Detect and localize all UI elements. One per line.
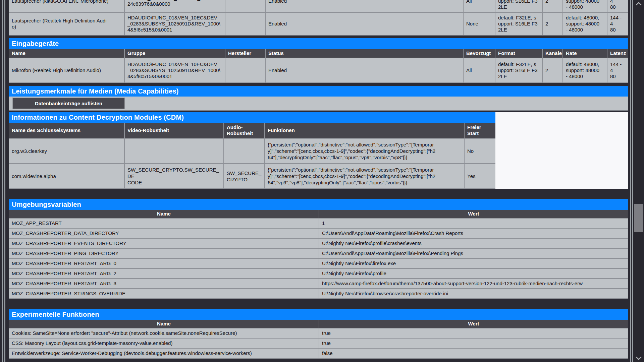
section-title: Eingabegeräte <box>12 40 59 48</box>
cell-env-name: MOZ_CRASHREPORTER_DATA_DIRECTORY <box>9 229 319 239</box>
cell-key-system: com.widevine.alpha <box>9 164 125 189</box>
cell-feature-value: true <box>319 328 628 339</box>
cell-env-value: C:\Users\Andi\AppData\Roaming\Mozilla\Fi… <box>319 249 628 259</box>
column-header-audio-robustness: Audio- Robustheit <box>224 123 265 139</box>
cell-device-format: default: F32LE, s upport: S16LE F3 2LE <box>495 0 543 13</box>
section-title: Experimentelle Funktionen <box>12 311 99 318</box>
cell-env-value: U:\Nightly Neu\Firefox\profile\crashes\e… <box>319 239 628 249</box>
cell-device-state: Enabled <box>266 13 464 36</box>
page-white-background <box>495 112 628 189</box>
section-header-media-capabilities: Leistungsmerkmale für Medien (Media Capa… <box>9 86 628 97</box>
column-header-preferred: Bevorzugt <box>464 49 495 58</box>
cell-device-rate: default: 48000, support: 48000 - 48000 <box>563 0 607 13</box>
media-capabilities-row: Datenbankeinträge auflisten <box>9 97 628 111</box>
section-title: Informationen zu Content Decryption Modu… <box>12 114 184 121</box>
environment-variables-table: Name Wert MOZ_APP_RESTART 1 MOZ_CRASHREP… <box>9 210 628 299</box>
column-header-key-system: Name des Schlüsselsystems <box>9 123 125 139</box>
column-header-state: Status <box>266 49 464 58</box>
cell-device-format: default: F32LE, s upport: S16LE F3 2LE <box>495 58 543 83</box>
section-header-environment-variables: Umgebungsvariablen <box>9 199 628 210</box>
cell-device-vendor <box>225 58 266 83</box>
cell-device-preferred: None <box>464 13 495 36</box>
cell-env-name: MOZ_CRASHREPORTER_RESTART_ARG_3 <box>9 279 319 289</box>
cell-device-latency: 144 - 4 80 <box>607 58 628 83</box>
cell-env-name: MOZ_CRASHREPORTER_RESTART_ARG_2 <box>9 269 319 279</box>
scroll-down-icon[interactable] <box>636 355 642 360</box>
cell-capabilities: {"persistent":"optional","distinctive":"… <box>265 164 465 189</box>
cell-feature-name: Entwicklerwerkzeuge: Service-Worker-Debu… <box>9 349 319 359</box>
cell-clear-lead: No <box>465 139 495 164</box>
cell-device-channels: 2 <box>543 0 563 13</box>
cell-feature-value: false <box>319 349 628 359</box>
cell-audio-robustness <box>224 139 265 164</box>
cell-env-name: MOZ_CRASHREPORTER_EVENTS_DIRECTORY <box>9 239 319 249</box>
cell-device-channels: 2 <box>543 13 563 36</box>
column-header-name: Name <box>9 210 319 219</box>
cell-feature-name: Cookies: SameSite=None erfordert "secure… <box>9 328 319 339</box>
cell-device-state: Enabled <box>266 58 464 83</box>
column-header-capabilities: Funktionen <box>265 123 465 139</box>
section-title: Umgebungsvariablen <box>12 201 81 208</box>
cell-env-name: MOZ_CRASHREPORTER_PING_DIRECTORY <box>9 249 319 259</box>
audio-output-table: Lautsprecher (kikaGO.AI ENC Microphone) … <box>9 0 628 36</box>
about-support-media-content: Lautsprecher (kikaGO.AI ENC Microphone) … <box>9 0 628 359</box>
cell-device-group: USB\VID_040B&PID_340A&MI_00\7& 24c83976&… <box>125 0 225 13</box>
column-header-latency: Latenz <box>607 49 628 58</box>
column-header-group: Gruppe <box>125 49 225 58</box>
cell-device-latency: 144 - 4 80 <box>607 0 628 13</box>
cell-device-state: Enabled <box>266 0 464 13</box>
vertical-scrollbar[interactable] <box>633 0 644 362</box>
section-header-cdm: Informationen zu Content Decryption Modu… <box>9 112 495 123</box>
section-header-experimental-features: Experimentelle Funktionen <box>9 309 628 320</box>
cell-feature-name: CSS: Masonry Layout (layout.css.grid-tem… <box>9 339 319 349</box>
cell-device-name: Lautsprecher (Realtek High Definition Au… <box>9 13 125 36</box>
cell-env-name: MOZ_APP_RESTART <box>9 219 319 229</box>
cell-video-robustness: SW_SECURE_CRYPTO,SW_SECURE_DE CODE <box>125 164 224 189</box>
window-frame-line <box>2 0 3 362</box>
cell-device-group: HDAUDIO\FUNC_01&VEN_10EC&DEV _0283&SUBSY… <box>125 13 225 36</box>
window-frame-line <box>4 0 5 362</box>
cell-device-group: HDAUDIO\FUNC_01&VEN_10EC&DEV _0283&SUBSY… <box>125 58 225 83</box>
column-header-rate: Rate <box>563 49 607 58</box>
section-header-input-devices: Eingabegeräte <box>9 38 628 49</box>
cell-device-vendor <box>225 13 266 36</box>
column-header-name: Name <box>9 320 319 328</box>
cell-env-value: U:\Nightly Neu\Firefox\profile <box>319 269 628 279</box>
scroll-up-icon[interactable] <box>636 2 642 8</box>
column-header-name: Name <box>9 49 125 58</box>
section-title: Leistungsmerkmale für Medien (Media Capa… <box>12 87 179 95</box>
column-header-clear-lead: Freier Start <box>465 123 495 139</box>
scrollbar-thumb[interactable] <box>634 204 643 232</box>
cell-env-value: https://www.camp-firefox.de/forum/thema/… <box>319 279 628 289</box>
cell-device-channels: 2 <box>543 58 563 83</box>
experimental-features-table: Name Wert Cookies: SameSite=None erforde… <box>9 320 628 359</box>
cell-device-preferred: All <box>464 0 495 13</box>
column-header-value: Wert <box>319 320 628 328</box>
cell-device-preferred: All <box>464 58 495 83</box>
cell-env-value: C:\Users\Andi\AppData\Roaming\Mozilla\Fi… <box>319 229 628 239</box>
cell-env-value: U:\Nightly Neu\Firefox\browser\crashrepo… <box>319 289 628 299</box>
cdm-table: Name des Schlüsselsystems Video-Robusthe… <box>9 123 495 189</box>
cdm-section: Informationen zu Content Decryption Modu… <box>9 112 495 189</box>
cell-device-vendor <box>225 0 266 13</box>
column-header-format: Format <box>495 49 543 58</box>
cell-device-name: Lautsprecher (kikaGO.AI ENC Microphone) <box>9 0 125 13</box>
cell-device-latency: 144 - 4 80 <box>607 13 628 36</box>
column-header-video-robustness: Video-Robustheit <box>125 123 224 139</box>
list-database-entries-button[interactable]: Datenbankeinträge auflisten <box>12 98 125 109</box>
cell-device-rate: default: 48000, support: 48000 - 48000 <box>563 58 607 83</box>
cell-device-name: Mikrofon (Realtek High Definition Audio) <box>9 58 125 83</box>
cell-capabilities: {"persistent":"optional","distinctive":"… <box>265 139 465 164</box>
cell-device-format: default: F32LE, s upport: S16LE F3 2LE <box>495 13 543 36</box>
cell-env-value: U:\Nightly Neu\Firefox\firefox.exe <box>319 259 628 269</box>
cell-device-rate: default: 48000, support: 48000 - 48000 <box>563 13 607 36</box>
cell-feature-value: true <box>319 339 628 349</box>
window-frame-line <box>630 0 631 362</box>
column-header-vendor: Hersteller <box>225 49 266 58</box>
cell-clear-lead: Yes <box>465 164 495 189</box>
cell-env-name: MOZ_CRASHREPORTER_STRINGS_OVERRIDE <box>9 289 319 299</box>
column-header-channels: Kanäle <box>543 49 563 58</box>
cell-video-robustness <box>125 139 224 164</box>
cell-env-name: MOZ_CRASHREPORTER_RESTART_ARG_0 <box>9 259 319 269</box>
cell-env-value: 1 <box>319 219 628 229</box>
